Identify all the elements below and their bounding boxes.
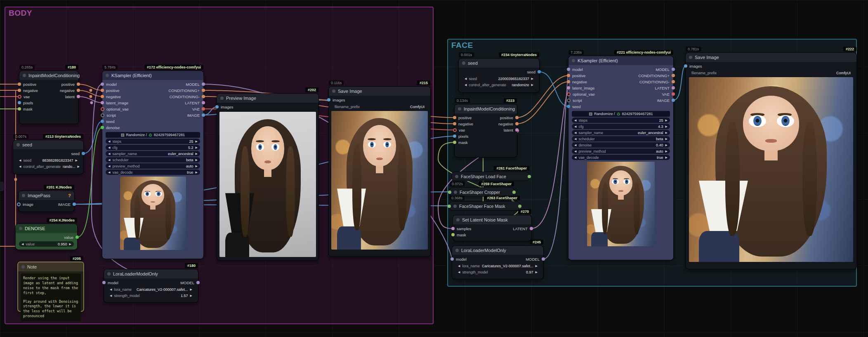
note-text[interactable]: Render using the input image as latent a… [21, 273, 81, 321]
node-save-image-215[interactable]: 0.116s#215 Save Image images filename_pr… [329, 87, 430, 257]
widget-steps[interactable]: ◀steps25▶ [572, 118, 670, 123]
input-port-positive[interactable]: positive [105, 88, 129, 93]
node-titlebar[interactable]: LoraLoaderModelOnly [104, 269, 198, 278]
output-port-conditioning-minus[interactable]: CONDITIONING- [168, 94, 200, 99]
node-titlebar[interactable]: InpaintModelConditioning [455, 104, 517, 113]
group-face-title[interactable]: FACE [448, 40, 856, 51]
node-titlebar[interactable]: ImagePass? [19, 191, 74, 200]
group-body-title[interactable]: BODY [5, 7, 433, 19]
input-port-mask[interactable]: mask [458, 140, 473, 145]
node-lora-loader-model-only-180[interactable]: #180 LoraLoaderModelOnly model MODEL ◀lo… [104, 269, 198, 302]
input-port-vae[interactable]: vae [22, 94, 38, 99]
output-port-positive[interactable]: positive [60, 82, 75, 87]
widget-control-after-generate[interactable]: ◀control_after_generaterandomize▶ [462, 82, 536, 87]
node-imagepass-201[interactable]: #201 KJNodes ImagePass? image IMAGE [19, 191, 74, 212]
node-ksampler-efficient-172[interactable]: 5.784s#172 efficiency-nodes-comfyui KSam… [102, 71, 203, 259]
output-port-negative[interactable]: negative [60, 88, 75, 93]
widget-cfg[interactable]: ◀cfg5.2▶ [106, 145, 200, 150]
node-seed-234[interactable]: 0.001s#234 tinyterraNodes seed seed ◀see… [459, 59, 539, 92]
widget-scheduler[interactable]: ◀schedulerbeta▶ [572, 136, 670, 141]
output-port-image[interactable]: IMAGE [638, 98, 670, 103]
widget-strength-model[interactable]: ◀strength_model1.57▶ [107, 293, 195, 298]
node-titlebar[interactable]: Save Image [329, 87, 430, 96]
input-port-seed[interactable]: seed [105, 119, 129, 124]
output-port-positive[interactable]: positive [498, 115, 514, 120]
node-denoise-254[interactable]: #254 KJNodes DENOISE value ◀value0.950▶ [16, 224, 77, 250]
output-port-conditioning-plus[interactable]: CONDITIONING+ [638, 73, 670, 78]
node-faceshaper-cropper-259[interactable]: 0.072s#259 FaceShaper FaceShaper Cropper [450, 188, 514, 196]
output-port-model[interactable]: MODEL [526, 257, 540, 262]
output-port-latent[interactable]: LATENT [168, 100, 200, 105]
widget-seed[interactable]: ◀seed220003965182337▶ [462, 76, 536, 81]
widget-strength-model[interactable]: ◀strength_model0.97▶ [455, 269, 540, 275]
input-port-samples[interactable]: samples [456, 226, 471, 231]
widget-control-after-generate[interactable]: ◀control_after_generaterando...▶ [17, 164, 80, 169]
output-port-image[interactable]: IMAGE [58, 202, 71, 207]
output-port-latent[interactable]: LATENT [513, 226, 528, 231]
input-port-latent-image[interactable]: latent_image [571, 85, 595, 90]
input-port-optional-vae[interactable]: optional_vae [105, 106, 129, 111]
widget-filename-prefix[interactable]: filename_prefixComfyUI [332, 104, 427, 109]
widget-seed[interactable]: ◀seed883882891823347▶ [17, 158, 80, 163]
input-port-positive[interactable]: positive [22, 82, 38, 87]
widget-value[interactable]: ◀value0.950▶ [19, 241, 74, 247]
node-titlebar[interactable]: Preview Image [217, 94, 318, 103]
output-port-negative[interactable]: negative [498, 121, 514, 126]
input-port-negative[interactable]: negative [571, 79, 595, 84]
input-port-seed[interactable]: seed [571, 104, 595, 109]
output-port-vae[interactable]: VAE [638, 92, 670, 97]
node-titlebar[interactable]: KSampler (Efficient) [568, 56, 673, 65]
output-port-conditioning-plus[interactable]: CONDITIONING+ [168, 88, 200, 93]
seed-randomize-button[interactable]: ⚄ Randomize / ♻ 824297599467281 [106, 132, 200, 138]
node-faceshaper-face-mask-263[interactable]: 0.368s#263 FaceShaper FaceShaper Face Ma… [449, 202, 520, 210]
node-seed-213[interactable]: 0.007s#213 tinyterraNodes seed seed ◀see… [13, 140, 83, 174]
widget-steps[interactable]: ◀steps25▶ [106, 139, 200, 144]
output-port-seed[interactable]: seed [527, 69, 536, 74]
input-port-denoise[interactable]: denoise [105, 125, 129, 130]
node-ksampler-efficient-221[interactable]: 7.236s#221 efficiency-nodes-comfyui KSam… [568, 56, 673, 260]
widget-preview-method[interactable]: ◀preview_methodauto▶ [106, 163, 200, 169]
input-port-latent-image[interactable]: latent_image [105, 100, 129, 105]
input-port-positive[interactable]: positive [571, 73, 595, 78]
input-port-positive[interactable]: positive [458, 115, 473, 120]
output-port[interactable] [528, 175, 531, 178]
input-port-vae[interactable]: vae [458, 127, 473, 132]
widget-lora-name[interactable]: ◀lora_nameCaricatures_V2-000007.safet...… [455, 263, 540, 269]
input-port-script[interactable]: script [105, 113, 129, 118]
input-port-script[interactable]: script [571, 98, 595, 103]
node-titlebar[interactable]: InpaintModelConditioning [19, 71, 78, 80]
node-titlebar[interactable]: seed [459, 59, 539, 68]
output-port-image[interactable]: IMAGE [168, 113, 200, 118]
widget-filename-prefix[interactable]: filename_prefixComfyUI [689, 70, 853, 75]
input-port-model[interactable]: model [107, 280, 118, 285]
output-port-latent[interactable]: LATENT [638, 85, 670, 90]
node-titlebar[interactable]: Save Image [686, 53, 856, 62]
input-port-images[interactable]: images [689, 64, 702, 68]
widget-scheduler[interactable]: ◀schedulerbeta▶ [106, 157, 200, 163]
node-faceshaper-load-face-261[interactable]: #261 FaceShaper FaceShaper Load Face [452, 172, 529, 181]
widget-sampler-name[interactable]: ◀sampler_nameeuler_ancestral▶ [572, 130, 670, 135]
output-port-vae[interactable]: VAE [168, 106, 200, 111]
input-port-mask[interactable]: mask [456, 232, 471, 237]
input-port-model[interactable]: model [571, 67, 595, 72]
node-lora-loader-model-only-245[interactable]: #245 LoraLoaderModelOnly model MODEL ◀lo… [452, 246, 543, 279]
widget-cfg[interactable]: ◀cfg4.3▶ [572, 124, 670, 129]
node-preview-image-202[interactable]: #202 Preview Image images [217, 94, 318, 260]
input-port-images[interactable]: images [332, 97, 345, 102]
input-port-model[interactable]: model [105, 82, 129, 87]
node-titlebar[interactable]: Set Latent Noise Mask [453, 215, 531, 224]
node-set-latent-noise-mask-270[interactable]: #270 Set Latent Noise Mask samples mask … [453, 215, 531, 241]
input-port[interactable] [448, 205, 451, 208]
output-port-conditioning-minus[interactable]: CONDITIONING- [638, 79, 670, 84]
input-port-negative[interactable]: negative [105, 94, 129, 99]
output-port-seed[interactable]: seed [71, 151, 80, 156]
output-port-model[interactable]: MODEL [168, 82, 200, 87]
node-titlebar[interactable]: seed [13, 140, 83, 149]
offscreen-node-sliver[interactable] [0, 181, 4, 191]
widget-lora-name[interactable]: ◀lora_nameCaricatures_V2-000007.safet...… [107, 287, 195, 292]
comfyui-canvas[interactable]: { "ui": { "arrow_left": "◀", "arrow_righ… [0, 0, 868, 337]
widget-denoise[interactable]: ◀denoise0.40▶ [572, 142, 670, 148]
output-port-model[interactable]: MODEL [180, 280, 195, 285]
node-note-205[interactable]: #205 Note Render using the input image a… [17, 262, 84, 312]
input-port-negative[interactable]: negative [22, 88, 38, 93]
